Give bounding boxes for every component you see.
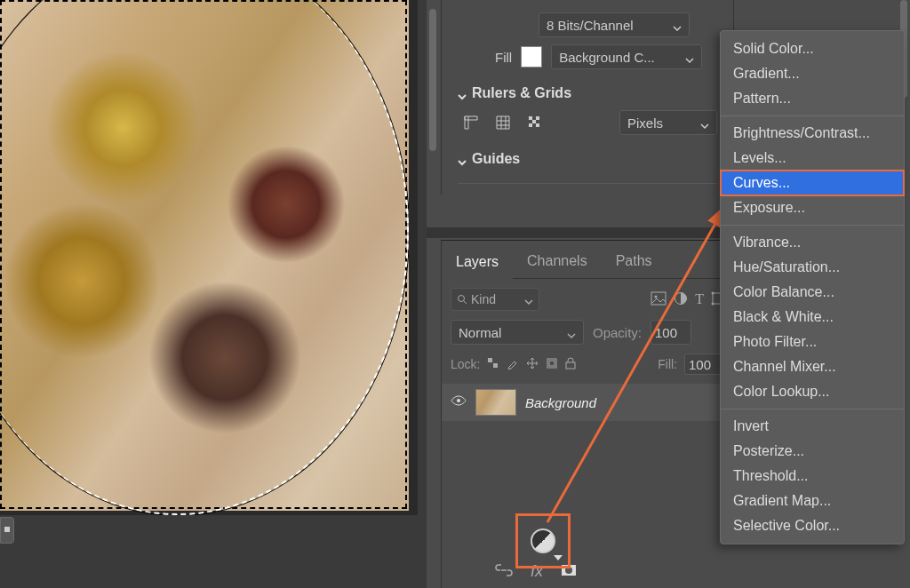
grid-icon[interactable]	[490, 111, 516, 134]
panel-splitter[interactable]	[427, 227, 725, 238]
menu-item-solid-color[interactable]: Solid Color...	[721, 36, 904, 61]
fill-label: Fill:	[658, 357, 677, 371]
filter-pixel-icon[interactable]	[651, 291, 667, 308]
fill-label: Fill	[495, 50, 512, 65]
layers-panel: Layers Channels Paths Kind T Normal Opac	[441, 240, 734, 588]
menu-item-selective-color[interactable]: Selective Color...	[721, 513, 904, 538]
layer-background[interactable]: Background	[442, 384, 734, 421]
search-icon	[457, 294, 467, 305]
truncated-button[interactable]	[0, 517, 14, 544]
menu-divider	[721, 115, 904, 116]
svg-rect-18	[566, 362, 575, 369]
layer-filter-kind[interactable]: Kind	[451, 288, 539, 311]
visibility-icon[interactable]	[451, 394, 467, 410]
menu-item-threshold[interactable]: Threshold...	[721, 464, 904, 489]
menu-item-gradient-map[interactable]: Gradient Map...	[721, 489, 904, 513]
bit-depth-select[interactable]: 8 Bits/Channel	[539, 12, 690, 37]
fill-value: Background C...	[559, 50, 655, 65]
adjustment-layer-menu[interactable]: Solid Color...Gradient...Pattern...Brigh…	[720, 30, 905, 544]
menu-item-pattern[interactable]: Pattern...	[721, 86, 904, 111]
menu-item-brightness-contrast[interactable]: Brightness/Contrast...	[721, 121, 904, 146]
svg-rect-1	[536, 116, 539, 120]
menu-item-levels[interactable]: Levels...	[721, 146, 904, 171]
opacity-label: Opacity:	[593, 325, 642, 340]
canvas[interactable]	[0, 0, 418, 515]
svg-rect-15	[493, 363, 498, 368]
svg-rect-17	[549, 361, 555, 366]
menu-triangle-icon	[554, 555, 563, 560]
menu-item-color-balance[interactable]: Color Balance...	[721, 280, 904, 305]
svg-rect-2	[532, 120, 536, 123]
tab-paths[interactable]: Paths	[602, 246, 667, 278]
units-value: Pixels	[627, 115, 663, 131]
svg-point-7	[655, 295, 658, 298]
svg-point-19	[457, 399, 460, 402]
ruler-icon[interactable]	[458, 111, 484, 134]
chevron-down-icon	[673, 20, 682, 29]
menu-divider	[721, 225, 904, 226]
tab-channels[interactable]: Channels	[513, 246, 602, 278]
chevron-down-icon	[524, 295, 533, 304]
fill-select[interactable]: Background C...	[551, 44, 702, 69]
new-adjustment-layer-button[interactable]	[515, 513, 571, 568]
svg-rect-14	[488, 358, 492, 362]
svg-rect-6	[651, 292, 666, 305]
svg-rect-3	[529, 123, 532, 127]
chevron-down-icon	[685, 52, 694, 61]
blend-mode-select[interactable]: Normal	[451, 320, 584, 345]
divider	[458, 183, 717, 184]
layer-name: Background	[525, 395, 596, 410]
lock-all-icon[interactable]	[565, 357, 576, 372]
properties-panel: 8 Bits/Channel Fill Background C... Rule…	[441, 0, 734, 195]
adjustment-icon	[531, 528, 555, 553]
svg-point-5	[459, 296, 465, 302]
svg-point-12	[712, 302, 714, 305]
menu-item-posterize[interactable]: Posterize...	[721, 439, 904, 464]
blend-mode-value: Normal	[459, 325, 501, 340]
menu-item-exposure[interactable]: Exposure...	[721, 195, 904, 220]
menu-item-curves[interactable]: Curves...	[721, 171, 904, 195]
filter-type-icon[interactable]: T	[695, 291, 704, 308]
menu-item-vibrance[interactable]: Vibrance...	[721, 230, 904, 255]
fill-swatch[interactable]	[521, 46, 542, 68]
chevron-down-icon	[458, 155, 467, 163]
menu-item-black-white[interactable]: Black & White...	[721, 305, 904, 330]
menu-item-color-lookup[interactable]: Color Lookup...	[721, 379, 904, 404]
svg-rect-0	[529, 116, 532, 120]
svg-point-10	[712, 291, 714, 294]
guides-section-header[interactable]: Guides	[458, 151, 717, 167]
svg-rect-4	[536, 123, 539, 127]
menu-item-channel-mixer[interactable]: Channel Mixer...	[721, 354, 904, 379]
chevron-down-icon	[700, 118, 709, 127]
lock-label: Lock:	[451, 357, 480, 371]
fill-opacity-value: 100	[689, 357, 711, 372]
menu-item-hue-saturation[interactable]: Hue/Saturation...	[721, 255, 904, 280]
checker-icon[interactable]	[522, 111, 548, 134]
chevron-down-icon	[458, 89, 467, 98]
bit-depth-value: 8 Bits/Channel	[547, 18, 634, 33]
opacity-field[interactable]: 100	[651, 320, 691, 345]
layer-thumbnail[interactable]	[475, 389, 516, 416]
chevron-down-icon	[567, 328, 576, 337]
menu-item-photo-filter[interactable]: Photo Filter...	[721, 330, 904, 354]
lock-move-icon[interactable]	[526, 357, 539, 372]
link-layers-icon[interactable]	[495, 562, 513, 581]
filter-adjust-icon[interactable]	[674, 291, 688, 308]
properties-scrollbar[interactable]	[427, 0, 439, 240]
lock-transparency-icon[interactable]	[487, 357, 499, 372]
lock-artboard-icon[interactable]	[546, 357, 558, 372]
document-image	[0, 0, 409, 511]
menu-divider	[721, 409, 904, 409]
rulers-section-header[interactable]: Rulers & Grids	[458, 85, 717, 101]
menu-item-gradient[interactable]: Gradient...	[721, 61, 904, 86]
tab-layers[interactable]: Layers	[442, 247, 513, 279]
units-select[interactable]: Pixels	[619, 110, 717, 135]
menu-item-invert[interactable]: Invert	[721, 414, 904, 439]
lock-brush-icon[interactable]	[507, 357, 519, 372]
opacity-value: 100	[655, 325, 677, 340]
kind-label: Kind	[471, 292, 496, 306]
